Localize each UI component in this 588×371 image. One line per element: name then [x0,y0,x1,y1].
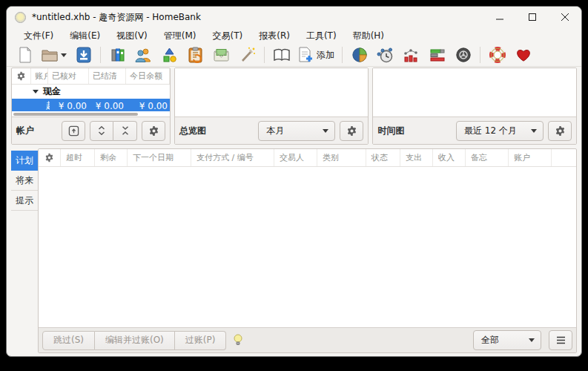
col-overdue[interactable]: 超时 [61,149,95,166]
accounts-hscrollbar[interactable] [12,111,170,116]
save-file-button[interactable] [71,45,96,65]
gear-icon [148,125,159,137]
accounts-list: 现金 趣奇... ¥ 0.00 ¥ 0.00 ¥ 0.00 [12,85,170,111]
toolbar-separator [480,47,480,63]
tree-expander-icon[interactable] [33,90,39,93]
accounts-col-reconciled[interactable]: 已核对 [48,68,89,84]
menu-transactions[interactable]: 交易(T) [205,28,251,44]
help-button[interactable] [485,45,509,65]
show-ledger-button[interactable] [269,45,294,65]
post-button[interactable]: 过账(P) [175,331,227,350]
scheduled-filter-dropdown[interactable]: 全部 [473,330,541,350]
account-name: 趣奇... [12,99,50,111]
add-transaction-button[interactable]: 添加 [295,45,337,65]
vehicle-cost-button[interactable] [451,45,475,65]
accounts-col-today[interactable]: 今日余额 [126,68,170,84]
close-button[interactable] [549,7,581,27]
bottom-tabstrip: 计划 将来 提示 [11,148,38,353]
skip-button[interactable]: 跳过(S) [42,331,95,350]
col-account[interactable]: 账户 [509,149,552,166]
col-status[interactable]: 状态 [366,149,400,166]
toolbar-separator [100,47,101,63]
scheduled-clipboard-icon [188,47,203,63]
trendtime-report-button[interactable] [373,45,397,65]
menu-help[interactable]: 帮助(H) [345,28,392,44]
manage-categories-button[interactable] [157,45,182,65]
menu-file[interactable]: 文件(F) [16,28,62,44]
tip-lightbulb-icon [234,334,242,347]
edit-and-post-button[interactable]: 编辑并过账(O) [95,331,175,350]
gear-icon [44,153,54,162]
accounts-col-cleared[interactable]: 已结清 [89,68,126,84]
col-income[interactable]: 收入 [433,149,466,166]
accounts-panel-footer: 帐户 [12,116,170,144]
accounts-table-header: 账户 已核对 已结清 今日余额 [12,68,170,85]
account-group-label: 现金 [43,85,61,98]
minimize-button[interactable] [483,7,516,27]
manage-assignments-button[interactable] [235,45,260,65]
account-row-selected[interactable]: 趣奇... ¥ 0.00 ¥ 0.00 ¥ 0.00 [12,99,170,111]
heart-donate-icon [515,47,532,62]
scheduled-transactions-button[interactable] [183,45,208,65]
title-bar[interactable]: *untitled.xhb - 趣奇资源网 - HomeBank [7,7,581,27]
col-next-date[interactable]: 下一个日期 [128,149,191,166]
overview-range-dropdown[interactable]: 本月 [258,121,335,141]
maximize-icon [529,13,536,21]
col-expense[interactable]: 支出 [400,149,433,166]
account-cleared-value: ¥ 0.00 [90,101,128,111]
menu-reports[interactable]: 报表(R) [251,28,298,44]
scheduled-filter-value: 全部 [481,334,499,347]
col-payment-number[interactable]: 支付方式 / 编号 [191,149,274,166]
gear-icon [16,71,26,81]
accounts-columns-gear-button[interactable] [12,68,31,84]
close-icon [561,13,569,21]
open-ledger-button[interactable] [62,121,85,141]
tab-tips[interactable]: 提示 [11,191,38,211]
col-remaining[interactable]: 剩余 [95,149,128,166]
main-toolbar: 添加 [7,44,581,67]
accounts-col-account[interactable]: 账户 [31,68,48,84]
balance-chart-icon [403,47,420,63]
menu-edit[interactable]: 编辑(E) [62,28,108,44]
manage-payees-button[interactable] [131,45,156,65]
statistics-report-button[interactable] [347,45,371,65]
col-category[interactable]: 类别 [317,149,366,166]
maximize-button[interactable] [516,7,549,27]
manage-accounts-button[interactable] [105,45,130,65]
collapse-all-button[interactable] [113,121,137,141]
trend-time-icon [377,47,394,63]
col-payee[interactable]: 交易人 [274,149,317,166]
col-memo[interactable]: 备忘 [466,149,509,166]
menu-tools[interactable]: 工具(T) [298,28,345,44]
menu-manage[interactable]: 管理(M) [156,28,205,44]
manage-budget-button[interactable] [209,45,234,65]
expand-all-button[interactable] [90,121,113,141]
account-group-row[interactable]: 现金 [12,85,170,99]
accounts-panel: 账户 已核对 已结清 今日余额 现金 趣奇... ¥ 0.00 ¥ 0.00 ¥… [11,68,171,145]
scheduled-columns-gear-button[interactable] [39,149,61,166]
overview-settings-button[interactable] [340,121,363,141]
homebank-app-icon [15,12,26,23]
new-file-button[interactable] [13,45,37,65]
balance-report-button[interactable] [399,45,423,65]
time-range-dropdown[interactable]: 最近 12 个月 [456,121,544,141]
collapse-all-icon [121,125,130,136]
menu-view[interactable]: 视图(V) [108,28,156,44]
open-recent-dropdown-arrow[interactable] [61,53,67,57]
accounts-settings-button[interactable] [142,121,165,141]
open-file-button[interactable] [39,45,70,65]
time-settings-button[interactable] [548,121,572,141]
overview-range-value: 本月 [266,125,284,137]
tab-scheduled[interactable]: 计划 [11,151,38,171]
menu-bar: 文件(F) 编辑(E) 视图(V) 管理(M) 交易(T) 报表(R) 工具(T… [7,27,581,44]
chevron-down-icon [529,338,535,342]
account-reconciled-value: ¥ 0.00 [50,101,90,111]
scheduled-menu-button[interactable] [549,330,572,350]
scheduled-list-empty[interactable] [39,167,576,327]
hscrollbar-thumb[interactable] [13,113,138,116]
budget-report-button[interactable] [425,45,449,65]
chevron-down-icon [323,129,328,133]
vehicle-cost-icon [455,47,472,63]
tab-future[interactable]: 将来 [11,171,38,191]
donate-button[interactable] [511,45,535,65]
